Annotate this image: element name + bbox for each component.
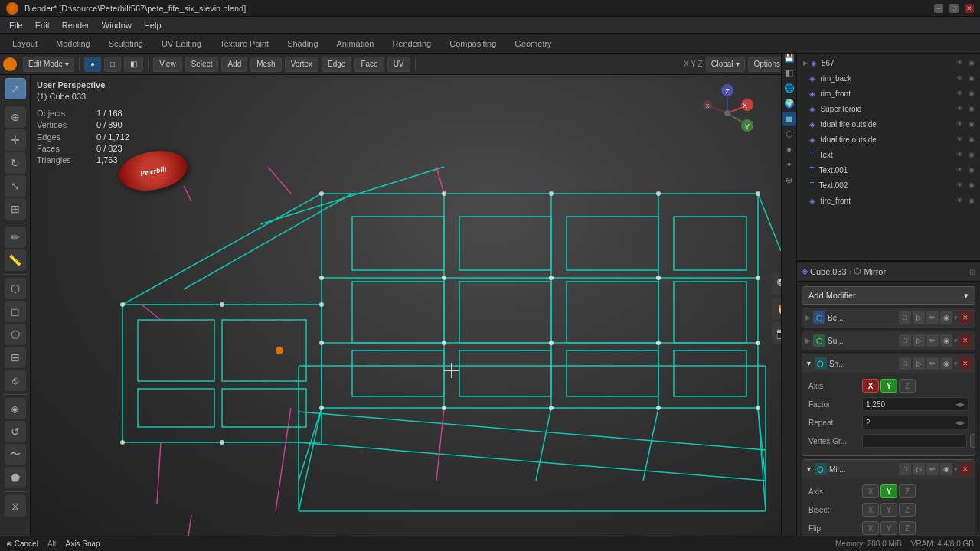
eye-icon[interactable]: 👁	[954, 165, 965, 175]
eye-icon[interactable]: 👁	[954, 103, 965, 114]
transform-dropdown[interactable]: Global ▾	[706, 57, 745, 72]
modifier-bevel-header[interactable]: ▶ ⬡ Be... □ ▷ ✏ ◉ ▾ ✕	[802, 308, 975, 327]
render-icon[interactable]: ◉	[966, 88, 977, 99]
axis-z-btn[interactable]: Z	[899, 379, 916, 393]
mod-edit-btn[interactable]: ✏	[926, 311, 939, 324]
add-menu[interactable]: Add	[221, 57, 247, 72]
cursor-tool[interactable]: ⊕	[5, 106, 26, 128]
measure-tool[interactable]: 📏	[5, 249, 26, 271]
render-icon[interactable]: ◉	[966, 119, 977, 129]
scale-tool[interactable]: ⤡	[5, 175, 26, 197]
flip-z[interactable]: Z	[899, 521, 916, 535]
outliner-item-rim-back[interactable]: ◈ rim_back 👁 ◉	[797, 70, 980, 86]
outliner-item-tire-front[interactable]: ◈ tire_front 👁 ◉	[797, 193, 980, 208]
bisect-z[interactable]: Z	[899, 503, 916, 517]
mod-render-btn[interactable]: ▷	[913, 311, 925, 324]
modifier-shrinkwrap-header[interactable]: ▼ ⬡ Sh... □ ▷ ✏ ◉ ▾ ✕	[802, 354, 975, 373]
mirror-axis-z[interactable]: Z	[899, 484, 916, 498]
mod-realtime-btn[interactable]: □	[899, 311, 911, 324]
eye-icon[interactable]: 👁	[954, 73, 965, 83]
mod-del3-btn[interactable]: ✕	[959, 463, 972, 475]
render-icon[interactable]: ◉	[966, 195, 977, 206]
menu-help[interactable]: Help	[138, 19, 168, 31]
select-tool[interactable]: ↗	[5, 78, 26, 99]
mod-cm-btn[interactable]: ◉	[940, 334, 952, 347]
render-icon[interactable]: ◉	[966, 149, 977, 160]
modifier-subdiv-header[interactable]: ▶ ⬡ Su... □ ▷ ✏ ◉ ▾ ✕	[802, 331, 975, 350]
mod-rt-btn[interactable]: □	[899, 334, 911, 347]
outliner-item-567[interactable]: ▶ ◈ 567 👁 ◉	[797, 55, 980, 70]
move-tool[interactable]: ✛	[5, 129, 26, 151]
rotate-tool[interactable]: ↻	[5, 152, 26, 174]
mod-rt3-btn[interactable]: □	[899, 463, 911, 475]
factor-field[interactable]: 1.250 ◀▶	[862, 397, 969, 411]
tab-modeling[interactable]: Modeling	[47, 34, 100, 53]
knife-tool[interactable]: ⎋	[5, 370, 26, 391]
cancel-btn[interactable]: ⊗ Cancel	[6, 540, 38, 548]
tab-layout[interactable]: Layout	[3, 34, 47, 53]
mod-ed3-btn[interactable]: ✏	[926, 463, 939, 475]
menu-window[interactable]: Window	[96, 19, 138, 31]
mod-rnd3-btn[interactable]: ▷	[913, 463, 925, 475]
uv-menu[interactable]: UV	[387, 57, 410, 72]
viewport-3d[interactable]: Peterbilt User Perspective (1) Cube.033 …	[31, 75, 796, 542]
tab-shading[interactable]: Shading	[278, 34, 327, 53]
outliner-item-tdual2[interactable]: ◈ tdual tire outside 👁 ◉	[797, 132, 980, 147]
mod-dd2[interactable]: ▾	[954, 360, 958, 367]
eye-icon[interactable]: 👁	[954, 119, 965, 129]
mirror-axis-y[interactable]: Y	[880, 484, 897, 498]
tab-texture-paint[interactable]: Texture Paint	[211, 34, 278, 53]
render-icon[interactable]: ◉	[966, 134, 977, 145]
viewport-shade-btn[interactable]: ●	[84, 57, 101, 72]
viewport-wire-btn[interactable]: □	[104, 57, 121, 72]
mod-del2-btn[interactable]: ✕	[959, 357, 972, 370]
physics-icon[interactable]: ⊕	[782, 173, 796, 187]
material-icon[interactable]: ●	[782, 142, 796, 156]
menu-render[interactable]: Render	[56, 19, 96, 31]
axis-x-btn[interactable]: X	[862, 379, 879, 393]
mod-ed-btn[interactable]: ✏	[926, 334, 939, 347]
render-icon[interactable]: ◉	[966, 103, 977, 114]
mod-rnd-btn[interactable]: ▷	[913, 334, 925, 347]
eye-icon[interactable]: 👁	[954, 195, 965, 206]
tab-sculpting[interactable]: Sculpting	[100, 34, 152, 53]
mod-rt2-btn[interactable]: □	[899, 357, 911, 370]
mod-del-btn[interactable]: ✕	[959, 334, 972, 347]
shrink-tool[interactable]: ⬟	[5, 467, 26, 488]
vertex-menu[interactable]: Vertex	[285, 57, 318, 72]
render-icon[interactable]: ◉	[966, 165, 977, 175]
inset-tool[interactable]: ◻	[5, 301, 26, 322]
maximize-button[interactable]: □	[949, 4, 959, 13]
render-icon[interactable]: ◉	[966, 73, 977, 83]
eye-icon[interactable]: 👁	[954, 57, 965, 68]
minimize-button[interactable]: –	[934, 4, 943, 13]
face-menu[interactable]: Face	[354, 57, 384, 72]
bisect-y[interactable]: Y	[880, 503, 897, 517]
menu-file[interactable]: File	[3, 19, 29, 31]
mirror-axis-x[interactable]: X	[862, 484, 879, 498]
flip-x[interactable]: X	[862, 521, 879, 535]
mode-dropdown[interactable]: Edit Mode ▾	[23, 57, 74, 72]
modifier-mirror-header[interactable]: ▼ ⬡ Mir... □ ▷ ✏ ◉ ▾ ✕	[802, 460, 975, 478]
mod-cam-btn[interactable]: ◉	[940, 311, 952, 324]
eye-icon[interactable]: 👁	[954, 134, 965, 145]
outliner-item-text002[interactable]: T Text.002 👁 ◉	[797, 178, 980, 193]
tab-compositing[interactable]: Compositing	[440, 34, 505, 53]
outliner-item-tdual1[interactable]: ◈ tdual tire outside 👁 ◉	[797, 116, 980, 132]
vg-input[interactable]	[862, 434, 967, 448]
render-icon[interactable]: ◉	[966, 57, 977, 68]
smooth-tool[interactable]: 〜	[5, 444, 26, 465]
mod-dd3[interactable]: ▾	[954, 465, 958, 473]
tab-rendering[interactable]: Rendering	[383, 34, 440, 53]
particle-icon[interactable]: ✦	[782, 158, 796, 171]
loop-cut-tool[interactable]: ⊟	[5, 347, 26, 368]
view-menu[interactable]: View	[153, 57, 182, 72]
object-icon[interactable]: ◼	[782, 112, 796, 126]
tab-geometry[interactable]: Geometry	[505, 34, 560, 53]
poly-build-tool[interactable]: ◈	[5, 398, 26, 419]
eye-icon[interactable]: 👁	[954, 149, 965, 160]
mesh-prop-icon[interactable]: ⬡	[782, 127, 796, 141]
outliner-item-supertoroid[interactable]: ◈ SuperToroid 👁 ◉	[797, 101, 980, 116]
add-modifier-button[interactable]: Add Modifier ▾	[802, 286, 975, 305]
close-button[interactable]: ✕	[965, 4, 974, 13]
